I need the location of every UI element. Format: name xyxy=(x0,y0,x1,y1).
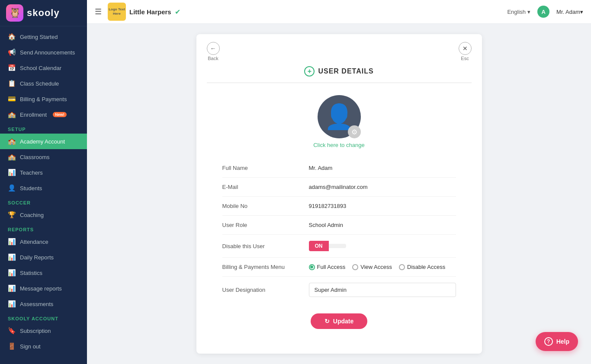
nav-label-teachers: Teachers xyxy=(20,169,43,176)
nav-label-coaching: Coaching xyxy=(20,212,44,218)
billing-disable-access[interactable]: Disable Access xyxy=(399,264,445,270)
full-name-value: Mr. Adam xyxy=(309,165,333,171)
email-value: adams@mailinator.com xyxy=(309,184,368,190)
sidebar-logo: 🦉 skooly xyxy=(0,0,87,26)
full-access-radio[interactable] xyxy=(309,264,315,270)
sidebar-item-coaching[interactable]: 🏆 Coaching xyxy=(0,207,87,223)
user-name[interactable]: Mr. Adam▾ xyxy=(556,9,583,15)
home-icon: 🏠 xyxy=(8,33,16,41)
user-role-label: User Role xyxy=(222,222,309,228)
billing-full-access[interactable]: Full Access xyxy=(309,264,346,270)
academy-name: Little Harpers xyxy=(129,8,171,16)
nav-label-enrollment: Enrollment xyxy=(20,112,47,118)
change-avatar-link[interactable]: Click here to change xyxy=(313,142,365,148)
close-circle-icon: ✕ xyxy=(459,42,472,55)
toggle-on[interactable]: ON xyxy=(309,241,329,251)
update-spinner-icon: ↻ xyxy=(324,318,330,325)
plus-icon: + xyxy=(304,66,315,77)
menu-hamburger-icon[interactable]: ☰ xyxy=(95,7,102,16)
sidebar-item-class-schedule[interactable]: 📋 Class Schedule xyxy=(0,76,87,91)
sign-out-icon: 🚪 xyxy=(8,342,16,350)
main-area: ☰ Logo Text Here Little Harpers ✔ Englis… xyxy=(87,0,591,364)
nav-label-billing-payments: Billing & Payments xyxy=(20,96,67,102)
sidebar-item-school-calendar[interactable]: 📅 School Calendar xyxy=(0,60,87,76)
sidebar-item-send-announcements[interactable]: 📢 Send Announcements xyxy=(0,45,87,60)
mobile-label: Mobile No xyxy=(222,203,309,209)
view-access-label: View Access xyxy=(360,264,392,270)
skooly-section-label: SKOOLY ACCOUNT xyxy=(0,312,87,323)
setup-section-label: SETUP xyxy=(0,122,87,134)
enrollment-icon: 🏫 xyxy=(8,111,16,118)
schedule-icon: 📋 xyxy=(8,80,16,87)
academy-logo-text: Logo Text Here xyxy=(108,7,126,16)
mobile-value: 919182731893 xyxy=(309,203,347,209)
app-name: skooly xyxy=(27,7,60,19)
daily-reports-icon: 📊 xyxy=(8,253,16,261)
sidebar-item-getting-started[interactable]: 🏠 Getting Started xyxy=(0,29,87,45)
back-label: Back xyxy=(208,56,218,61)
sidebar-item-message-reports[interactable]: 📊 Message reports xyxy=(0,281,87,296)
sidebar: 🦉 skooly 🏠 Getting Started 📢 Send Announ… xyxy=(0,0,87,364)
help-button[interactable]: ? Help xyxy=(536,332,578,351)
nav-label-students: Students xyxy=(20,185,42,192)
email-row: E-Mail adams@mailinator.com xyxy=(222,178,456,197)
sidebar-item-sign-out[interactable]: 🚪 Sign out xyxy=(0,338,87,354)
new-badge: New! xyxy=(53,112,67,117)
back-circle-icon: ← xyxy=(207,42,220,55)
nav-label-statistics: Statistics xyxy=(20,270,42,276)
billing-view-access[interactable]: View Access xyxy=(352,264,392,270)
language-selector[interactable]: English ▾ xyxy=(507,9,530,15)
designation-row: User Designation xyxy=(222,277,456,303)
full-name-row: Full Name Mr. Adam xyxy=(222,159,456,178)
user-avatar-badge: A xyxy=(537,6,549,18)
classrooms-icon: 🏫 xyxy=(8,153,16,161)
designation-input[interactable] xyxy=(309,283,456,297)
subscription-icon: 🔖 xyxy=(8,327,16,335)
announcements-icon: 📢 xyxy=(8,48,16,56)
update-button[interactable]: ↻ Update xyxy=(311,313,367,329)
form-section: Full Name Mr. Adam E-Mail adams@mailinat… xyxy=(196,154,482,303)
sidebar-item-enrollment[interactable]: 🏫 Enrollment New! xyxy=(0,107,87,122)
sidebar-item-attendance[interactable]: 📊 Attendance xyxy=(0,234,87,249)
sidebar-item-academy-account[interactable]: 🏫 Academy Account xyxy=(0,134,87,149)
avatar-wrap: 👤 ⚙ xyxy=(318,95,361,138)
academy-logo-box: Logo Text Here xyxy=(108,3,126,21)
card-nav: ← Back ✕ Esc xyxy=(196,34,482,61)
nav-label-getting-started: Getting Started xyxy=(20,34,58,40)
disable-access-radio[interactable] xyxy=(399,264,405,270)
card-title: USER DETAILS xyxy=(318,67,373,75)
sidebar-item-assessments[interactable]: 📊 Assessments xyxy=(0,296,87,312)
nav-label-attendance: Attendance xyxy=(20,239,48,245)
disable-toggle[interactable]: ON xyxy=(309,241,346,251)
back-button[interactable]: ← Back xyxy=(207,42,220,61)
disable-user-label: Disable this User xyxy=(222,243,309,249)
user-role-row: User Role School Admin xyxy=(222,216,456,235)
students-icon: 👤 xyxy=(8,184,16,192)
sidebar-item-students[interactable]: 👤 Students xyxy=(0,180,87,196)
avatar-gear-icon[interactable]: ⚙ xyxy=(348,125,361,138)
sidebar-item-classrooms[interactable]: 🏫 Classrooms xyxy=(0,149,87,165)
disable-user-row: Disable this User ON xyxy=(222,235,456,258)
billing-menu-row: Billing & Payments Menu Full Access View… xyxy=(222,258,456,277)
full-access-label: Full Access xyxy=(317,264,346,270)
topbar-right: English ▾ A Mr. Adam▾ xyxy=(507,6,583,18)
logo-owl-icon: 🦉 xyxy=(6,4,23,22)
chevron-down-icon: ▾ xyxy=(527,9,530,15)
card-title-row: + USER DETAILS xyxy=(196,61,482,77)
email-label: E-Mail xyxy=(222,184,309,190)
update-btn-row: ↻ Update xyxy=(196,303,482,329)
sidebar-item-daily-reports[interactable]: 📊 Daily Reports xyxy=(0,249,87,265)
esc-label: Esc xyxy=(461,56,469,61)
view-access-radio[interactable] xyxy=(352,264,358,270)
toggle-off[interactable] xyxy=(329,244,346,248)
esc-button[interactable]: ✕ Esc xyxy=(459,42,472,61)
sidebar-item-subscription[interactable]: 🔖 Subscription xyxy=(0,323,87,338)
billing-radio-group: Full Access View Access Disable Access xyxy=(309,264,446,270)
sidebar-item-teachers[interactable]: 📊 Teachers xyxy=(0,165,87,180)
sidebar-item-statistics[interactable]: 📊 Statistics xyxy=(0,265,87,281)
sidebar-item-billing-payments[interactable]: 💳 Billing & Payments xyxy=(0,91,87,107)
user-details-card: ← Back ✕ Esc + USER DETAILS 👤 xyxy=(196,34,482,354)
calendar-icon: 📅 xyxy=(8,64,16,72)
nav-label-sign-out: Sign out xyxy=(20,343,41,350)
nav-label-daily-reports: Daily Reports xyxy=(20,254,54,261)
